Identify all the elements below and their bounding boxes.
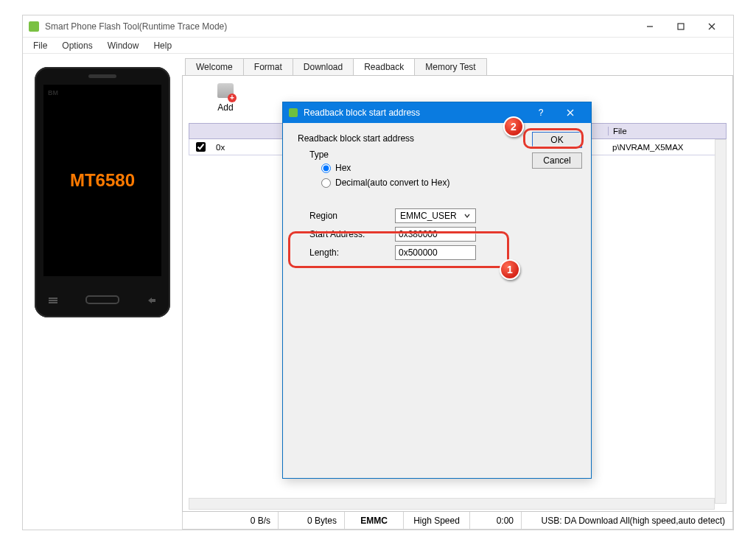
length-row: Length: (309, 245, 579, 260)
phone-speaker (88, 74, 116, 78)
radio-decimal[interactable] (321, 178, 331, 188)
start-label: Start Address: (309, 229, 395, 239)
horizontal-scrollbar[interactable] (189, 498, 715, 510)
menu-file[interactable]: File (27, 39, 53, 52)
close-button[interactable] (696, 15, 727, 37)
col-file: File (608, 127, 726, 136)
row-addr: 0x (211, 143, 276, 152)
svg-rect-1 (678, 24, 684, 29)
radio-hex[interactable] (321, 164, 331, 173)
status-time: 0:00 (470, 512, 522, 529)
dialog-body: Readback block start address Type Hex De… (283, 123, 591, 478)
left-panel: BM MT6580 (23, 54, 182, 530)
chevron-down-icon (462, 211, 472, 221)
add-label: Add (217, 102, 233, 113)
readback-dialog: Readback block start address ? Readback … (282, 102, 592, 479)
phone-mockup: BM MT6580 (35, 67, 170, 317)
phone-screen-text: MT6580 (70, 170, 135, 191)
tabs: Welcome Format Download Readback Memory … (182, 58, 733, 75)
titlebar: Smart Phone Flash Tool(Runtime Trace Mod… (23, 15, 733, 38)
phone-screen: MT6580 (43, 85, 161, 276)
status-bar: 0 B/s 0 Bytes EMMC High Speed 0:00 USB: … (182, 512, 733, 530)
status-usb: USB: DA Download All(high speed,auto det… (534, 512, 732, 529)
minimize-button[interactable] (634, 15, 665, 37)
dialog-title: Readback block start address (304, 108, 526, 118)
back-hw-icon (147, 296, 157, 303)
tab-memtest[interactable]: Memory Test (414, 58, 486, 75)
radio-dec-label: Decimal(auto convert to Hex) (335, 177, 449, 188)
status-storage: EMMC (345, 512, 404, 529)
dialog-help-button[interactable]: ? (526, 102, 556, 123)
dialog-app-icon (289, 108, 298, 117)
region-value: EMMC_USER (400, 211, 457, 221)
start-address-input[interactable] (395, 227, 476, 242)
app-icon (29, 21, 39, 32)
dialog-titlebar: Readback block start address ? (283, 102, 591, 123)
row-file: p\NVRAM_X5MAX (608, 143, 726, 152)
status-rate: 0 B/s (183, 512, 279, 529)
cancel-button[interactable]: Cancel (532, 152, 582, 169)
tab-download[interactable]: Download (293, 58, 354, 75)
menu-window[interactable]: Window (102, 39, 145, 52)
database-add-icon: + (217, 83, 234, 101)
ok-button[interactable]: OK (532, 132, 582, 148)
dialog-close-button[interactable] (556, 102, 585, 123)
status-speed: High Speed (404, 512, 470, 529)
radio-hex-label: Hex (335, 163, 351, 173)
radio-dec-row[interactable]: Decimal(auto convert to Hex) (321, 177, 579, 188)
maximize-button[interactable] (665, 15, 696, 37)
phone-navbar (35, 293, 170, 306)
menu-hw-icon (48, 296, 58, 303)
menu-help[interactable]: Help (147, 39, 178, 52)
menubar: File Options Window Help (23, 38, 733, 54)
start-row: Start Address: (309, 227, 579, 242)
region-row: Region EMMC_USER (309, 208, 579, 223)
row-checkbox[interactable] (196, 142, 206, 152)
length-input[interactable] (395, 245, 476, 260)
status-bytes: 0 Bytes (279, 512, 345, 529)
vertical-scrollbar[interactable] (715, 139, 727, 504)
tab-readback[interactable]: Readback (353, 58, 415, 75)
tab-welcome[interactable]: Welcome (185, 58, 244, 75)
length-label: Length: (309, 247, 395, 258)
region-label: Region (309, 211, 395, 221)
dialog-buttons: OK Cancel (532, 132, 582, 169)
region-select[interactable]: EMMC_USER (395, 208, 476, 223)
menu-options[interactable]: Options (56, 39, 98, 52)
window-title: Smart Phone Flash Tool(Runtime Trace Mod… (45, 21, 634, 32)
tab-format[interactable]: Format (243, 58, 293, 75)
add-button[interactable]: + Add (211, 83, 240, 113)
home-hw-button (85, 295, 119, 304)
phone-brand: BM (48, 89, 58, 96)
